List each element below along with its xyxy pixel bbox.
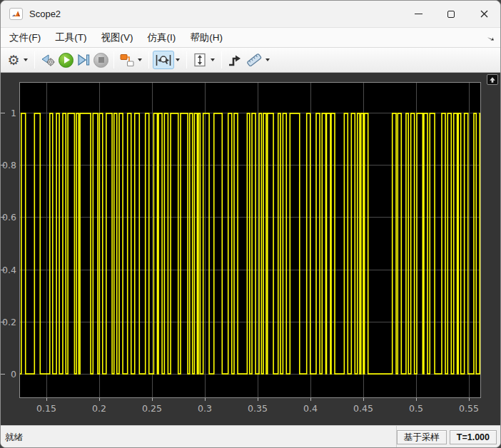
toolbar-separator xyxy=(34,51,35,68)
arrow-up-icon xyxy=(489,76,496,83)
ruler-icon xyxy=(246,52,263,68)
status-sim-time: T=1.000 xyxy=(450,430,497,444)
svg-text:0.15: 0.15 xyxy=(36,403,56,414)
svg-text:0.4: 0.4 xyxy=(303,403,318,414)
status-message: 就绪 xyxy=(1,426,397,448)
settings-button[interactable]: ⚙ xyxy=(5,51,22,69)
highlight-block-button[interactable] xyxy=(118,51,136,69)
toolbar-separator xyxy=(221,51,222,68)
scope-display[interactable]: 0.150.20.250.30.350.40.450.50.5500.20.40… xyxy=(1,73,500,425)
step-forward-button[interactable] xyxy=(75,51,92,69)
menu-help[interactable]: 帮助(H) xyxy=(183,28,230,47)
window-title: Scope2 xyxy=(29,9,61,19)
menu-file[interactable]: 文件(F) xyxy=(2,28,48,47)
svg-text:0.8: 0.8 xyxy=(2,160,16,170)
minimize-button[interactable] xyxy=(402,1,435,27)
title-bar: Scope2 xyxy=(1,1,500,27)
svg-text:0.35: 0.35 xyxy=(248,403,268,414)
trigger-icon xyxy=(227,53,243,67)
maximize-button[interactable] xyxy=(435,1,467,27)
stop-icon xyxy=(93,53,108,68)
svg-text:0.2: 0.2 xyxy=(92,403,106,414)
svg-text:0: 0 xyxy=(11,369,16,380)
svg-text:0.2: 0.2 xyxy=(2,317,16,327)
svg-text:0.55: 0.55 xyxy=(459,403,479,414)
dock-arrow-icon[interactable] xyxy=(486,28,495,47)
settings-dropdown-caret[interactable] xyxy=(24,58,28,61)
menu-simulation[interactable]: 仿真(I) xyxy=(141,28,183,47)
fit-to-view-button[interactable] xyxy=(191,51,209,69)
svg-text:0.4: 0.4 xyxy=(2,265,16,275)
play-icon xyxy=(59,53,74,68)
menu-view[interactable]: 视图(V) xyxy=(94,28,141,47)
highlight-block-dropdown-caret[interactable] xyxy=(138,58,142,61)
svg-text:0.5: 0.5 xyxy=(409,403,423,414)
measurements-dropdown-caret[interactable] xyxy=(265,58,270,61)
window-controls xyxy=(402,1,500,27)
close-button[interactable] xyxy=(467,1,500,27)
toolbar: ⚙ xyxy=(1,48,500,73)
toolbar-separator xyxy=(186,51,187,68)
toolbar-separator xyxy=(113,51,114,68)
zoom-x-dropdown-caret[interactable] xyxy=(176,58,180,61)
simulink-blocks-icon xyxy=(119,53,135,67)
trigger-button[interactable] xyxy=(226,51,244,69)
close-icon xyxy=(480,10,488,18)
step-back-button[interactable] xyxy=(39,51,57,69)
scope-plot-svg[interactable]: 0.150.20.250.30.350.40.450.50.5500.20.40… xyxy=(1,73,501,425)
svg-text:1: 1 xyxy=(11,108,16,118)
matlab-logo-icon xyxy=(9,8,23,20)
expand-button[interactable] xyxy=(487,74,498,85)
minimize-icon xyxy=(415,14,422,14)
run-button[interactable] xyxy=(57,51,75,69)
gear-icon: ⚙ xyxy=(7,54,19,67)
fit-to-view-icon xyxy=(192,52,208,68)
scope-window: Scope2 文件(F) 工具(T) 视图(V) 仿真(I) 帮助(H) ⚙ xyxy=(0,0,501,448)
svg-text:0.45: 0.45 xyxy=(353,403,373,414)
status-bar: 就绪 基于采样 T=1.000 xyxy=(1,425,500,448)
step-forward-icon xyxy=(76,53,91,67)
zoom-x-button[interactable] xyxy=(153,51,174,69)
maximize-icon xyxy=(447,11,455,18)
zoom-x-icon xyxy=(155,54,172,67)
svg-text:0.3: 0.3 xyxy=(198,403,212,414)
status-mode-badge: 基于采样 xyxy=(397,430,447,444)
toolbar-separator xyxy=(148,51,149,68)
menu-bar: 文件(F) 工具(T) 视图(V) 仿真(I) 帮助(H) xyxy=(1,27,500,48)
svg-text:0.6: 0.6 xyxy=(2,212,16,223)
stop-button xyxy=(92,51,110,69)
svg-text:0.25: 0.25 xyxy=(142,403,162,414)
step-back-icon xyxy=(40,53,56,67)
measurements-button[interactable] xyxy=(244,51,264,69)
menu-tools[interactable]: 工具(T) xyxy=(48,28,93,47)
fit-to-view-dropdown-caret[interactable] xyxy=(211,58,215,61)
